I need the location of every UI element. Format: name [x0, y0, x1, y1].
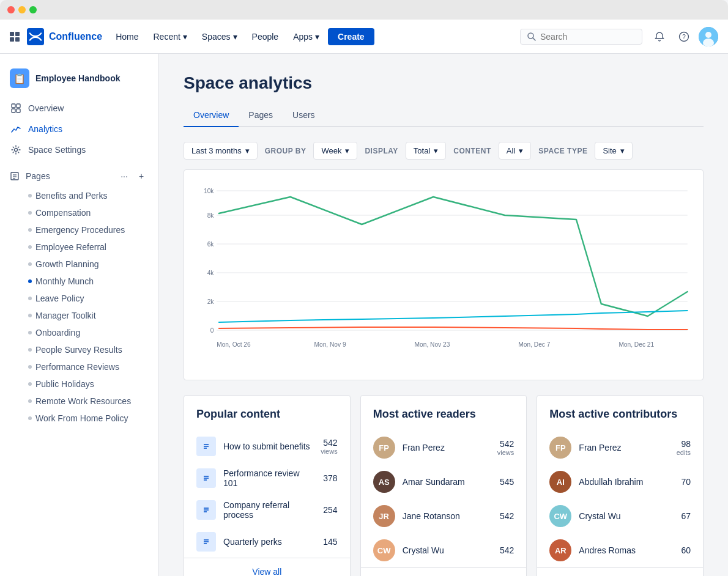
list-item[interactable]: FP Fran Perez 98 edits — [537, 430, 703, 465]
list-item[interactable]: Performance review 101 378 — [184, 462, 350, 494]
nav-home[interactable]: Home — [110, 28, 144, 45]
sidebar-page-item[interactable]: Public Holidays — [0, 375, 158, 393]
page-bullet — [28, 279, 32, 283]
nav-people[interactable]: People — [246, 28, 285, 45]
tab-users[interactable]: Users — [283, 105, 325, 127]
space-type-label: SPACE TYPE — [538, 147, 587, 155]
group-by-label: GROUP BY — [265, 147, 306, 155]
svg-text:Mon, Dec 21: Mon, Dec 21 — [618, 341, 654, 348]
content-label: CONTENT — [453, 147, 491, 155]
list-item[interactable]: AI Abdullah Ibrahim 70 — [537, 465, 703, 499]
maximize-btn[interactable] — [29, 6, 37, 13]
sidebar-page-item[interactable]: Leave Policy — [0, 290, 158, 307]
svg-text:Mon, Oct 26: Mon, Oct 26 — [217, 341, 251, 348]
item-count: 60 — [681, 545, 691, 555]
sidebar-page-item[interactable]: Benefits and Perks — [0, 187, 158, 204]
list-item[interactable]: JR Jane Rotanson 542 — [361, 499, 527, 533]
sidebar-page-item[interactable]: Employee Referral — [0, 238, 158, 256]
filters-row: Last 3 months ▾ GROUP BY Week ▾ DISPLAY … — [184, 142, 704, 160]
search-box[interactable] — [520, 29, 642, 45]
nav-spaces[interactable]: Spaces ▾ — [196, 28, 243, 45]
settings-icon — [10, 144, 22, 156]
sidebar-page-item[interactable]: Emergency Procedures — [0, 221, 158, 238]
display-filter[interactable]: Total ▾ — [406, 142, 446, 160]
item-name: Amar Sundaram — [403, 477, 492, 487]
item-name: Crystal Wu — [403, 545, 492, 555]
item-name: Jane Rotanson — [403, 511, 492, 521]
search-input[interactable] — [540, 32, 626, 42]
sidebar-page-item[interactable]: Onboarding — [0, 324, 158, 341]
pages-header[interactable]: Pages ··· + — [0, 165, 158, 187]
list-item[interactable]: FP Fran Perez 542 views — [361, 430, 527, 465]
sidebar-item-overview[interactable]: Overview — [0, 98, 158, 119]
list-item[interactable]: AR Andres Romas 60 — [537, 533, 703, 567]
page-list: Benefits and PerksCompensationEmergency … — [0, 187, 158, 427]
list-item[interactable]: Company referral process 254 — [184, 494, 350, 526]
sidebar-page-item[interactable]: People Survey Results — [0, 341, 158, 358]
content-filter[interactable]: All ▾ — [499, 142, 531, 160]
analytics-chart: 10k 8k 6k 4k 2k 0 Mon, Oct 26 Mon, Nov 9… — [184, 169, 704, 380]
tabs: Overview Pages Users — [184, 105, 704, 127]
list-item[interactable]: Quarterly perks 145 — [184, 526, 350, 558]
chevron-down-icon: ▾ — [434, 146, 438, 155]
tab-overview[interactable]: Overview — [184, 105, 239, 127]
space-header[interactable]: 📋 Employee Handbook — [0, 64, 158, 98]
pages-more-button[interactable]: ··· — [117, 169, 132, 183]
chevron-down-icon: ▾ — [345, 146, 349, 155]
create-button[interactable]: Create — [328, 28, 374, 45]
nav-recent[interactable]: Recent ▾ — [147, 28, 193, 45]
item-count: 70 — [681, 477, 691, 487]
page-label: People Survey Results — [35, 345, 122, 355]
logo[interactable]: Confluence — [27, 28, 102, 45]
sidebar-page-item[interactable]: Growth Planning — [0, 256, 158, 273]
sidebar-item-analytics[interactable]: Analytics — [0, 119, 158, 139]
list-item[interactable]: CW Crystal Wu 542 — [361, 533, 527, 567]
tab-pages[interactable]: Pages — [239, 105, 283, 127]
date-range-filter[interactable]: Last 3 months ▾ — [184, 142, 258, 160]
nav-apps[interactable]: Apps ▾ — [287, 28, 325, 45]
close-btn[interactable] — [7, 6, 15, 13]
item-name: Performance review 101 — [223, 468, 316, 488]
svg-text:Mon, Nov 23: Mon, Nov 23 — [415, 341, 450, 348]
help-button[interactable]: ? — [674, 27, 694, 46]
item-name: Quarterly perks — [223, 537, 316, 547]
minimize-btn[interactable] — [18, 6, 26, 13]
sidebar-page-item[interactable]: Monthly Munch — [0, 273, 158, 290]
chevron-down-icon: ▾ — [245, 146, 250, 155]
page-bullet — [28, 348, 32, 352]
list-item[interactable]: How to submit benefits 542 views — [184, 430, 350, 462]
view-all-button[interactable]: View all — [184, 558, 350, 576]
group-by-filter[interactable]: Week ▾ — [313, 142, 357, 160]
item-name: Fran Perez — [579, 443, 669, 452]
page-bullet — [28, 416, 32, 420]
item-count: 542 — [497, 439, 514, 449]
view-all-button[interactable]: View all — [537, 568, 703, 576]
pages-add-button[interactable]: + — [134, 169, 149, 183]
sidebar-page-item[interactable]: Manager Toolkit — [0, 307, 158, 324]
space-type-filter[interactable]: Site ▾ — [595, 142, 632, 160]
sidebar-page-item[interactable]: Work From Home Policy — [0, 410, 158, 427]
display-label: DISPLAY — [365, 147, 398, 155]
active-contributors-card: Most active contributors FP Fran Perez 9… — [537, 395, 704, 576]
item-count-label: edits — [677, 449, 691, 456]
user-avatar[interactable] — [699, 27, 718, 46]
doc-icon — [196, 532, 216, 552]
sidebar-page-item[interactable]: Performance Reviews — [0, 358, 158, 375]
page-label: Manager Toolkit — [35, 311, 96, 320]
page-bullet — [28, 262, 32, 266]
sidebar-page-item[interactable]: Compensation — [0, 204, 158, 221]
item-name: Fran Perez — [403, 443, 490, 452]
sidebar-page-item[interactable]: Remote Work Resources — [0, 393, 158, 410]
card-footer: View all — [361, 567, 527, 576]
sidebar-item-settings[interactable]: Space Settings — [0, 139, 158, 160]
notifications-button[interactable] — [650, 27, 669, 46]
page-label: Monthly Munch — [35, 276, 94, 286]
app-switcher-icon[interactable] — [10, 32, 20, 42]
list-item[interactable]: CW Crystal Wu 67 — [537, 499, 703, 533]
svg-rect-8 — [12, 104, 15, 108]
view-all-button[interactable]: View all — [361, 568, 527, 576]
card-footer: View all — [537, 567, 703, 576]
list-item[interactable]: AS Amar Sundaram 545 — [361, 465, 527, 499]
page-title: Space analytics — [184, 73, 704, 93]
page-label: Public Holidays — [35, 379, 94, 389]
